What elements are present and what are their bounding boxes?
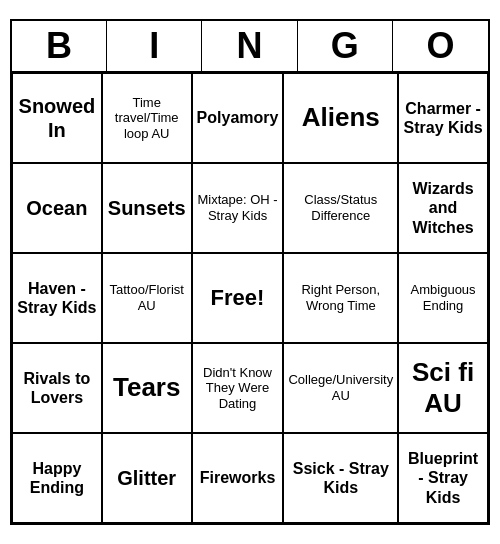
bingo-cell: Polyamory	[192, 73, 284, 163]
header-letter: N	[202, 21, 297, 71]
bingo-cell: Ocean	[12, 163, 102, 253]
bingo-cell: Free!	[192, 253, 284, 343]
bingo-cell: Ssick - Stray Kids	[283, 433, 398, 523]
bingo-cell: Snowed In	[12, 73, 102, 163]
bingo-cell: Aliens	[283, 73, 398, 163]
bingo-cell: Happy Ending	[12, 433, 102, 523]
header-letter: O	[393, 21, 488, 71]
bingo-cell: Blueprint - Stray Kids	[398, 433, 488, 523]
bingo-grid: Snowed InTime travel/Time loop AUPolyamo…	[12, 73, 488, 523]
bingo-cell: College/University AU	[283, 343, 398, 433]
bingo-cell: Rivals to Lovers	[12, 343, 102, 433]
bingo-cell: Tattoo/Florist AU	[102, 253, 192, 343]
bingo-cell: Glitter	[102, 433, 192, 523]
bingo-cell: Class/Status Difference	[283, 163, 398, 253]
bingo-header: BINGO	[12, 21, 488, 73]
bingo-cell: Sci fi AU	[398, 343, 488, 433]
bingo-cell: Haven - Stray Kids	[12, 253, 102, 343]
bingo-cell: Charmer - Stray Kids	[398, 73, 488, 163]
header-letter: G	[298, 21, 393, 71]
bingo-cell: Wizards and Witches	[398, 163, 488, 253]
bingo-cell: Sunsets	[102, 163, 192, 253]
bingo-cell: Time travel/Time loop AU	[102, 73, 192, 163]
bingo-cell: Right Person, Wrong Time	[283, 253, 398, 343]
bingo-cell: Ambiguous Ending	[398, 253, 488, 343]
bingo-card: BINGO Snowed InTime travel/Time loop AUP…	[10, 19, 490, 525]
bingo-cell: Tears	[102, 343, 192, 433]
bingo-cell: Mixtape: OH - Stray Kids	[192, 163, 284, 253]
header-letter: B	[12, 21, 107, 71]
header-letter: I	[107, 21, 202, 71]
bingo-cell: Didn't Know They Were Dating	[192, 343, 284, 433]
bingo-cell: Fireworks	[192, 433, 284, 523]
